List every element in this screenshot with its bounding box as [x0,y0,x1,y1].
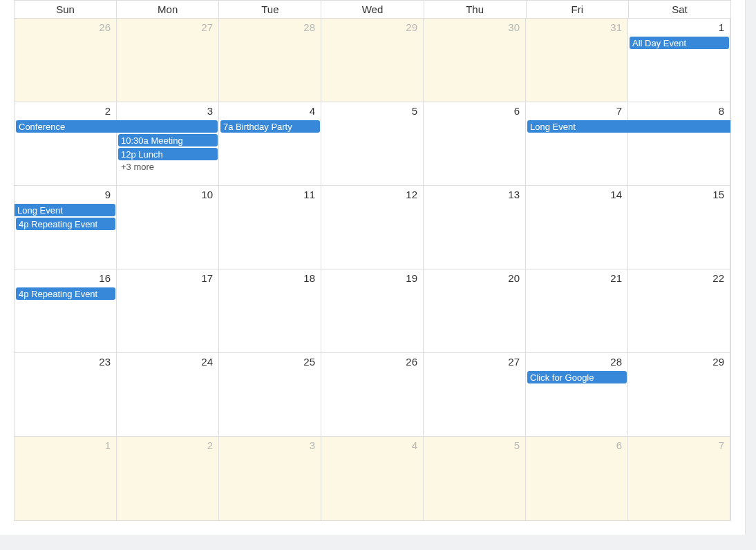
day-number: 25 [219,353,321,369]
day-number: 1 [15,437,116,453]
events-layer: Conference7a Birthday PartyLong Event10:… [15,120,730,185]
day-header-thu: Thu [424,1,527,19]
calendar-event[interactable]: 4p Repeating Event [16,218,115,230]
calendar-event[interactable]: 12p Lunch [118,148,218,160]
event-time: 10:30a [121,135,149,146]
day-number: 12 [321,186,423,202]
event-title: Long Event [17,205,63,216]
day-header-mon: Mon [117,1,219,19]
day-number: 2 [15,102,116,118]
event-time: 4p [19,219,28,229]
calendar-event[interactable]: 4p Repeating Event [16,287,115,300]
events-layer [15,455,730,520]
calendar-week-row: 23242526272829Click for Google [15,353,730,437]
day-number: 23 [15,353,116,369]
day-number: 5 [321,102,423,118]
calendar-event[interactable]: Conference [16,120,218,133]
day-number: 10 [117,186,218,202]
event-title: Lunch [138,149,162,160]
day-number: 1 [628,19,730,35]
calendar-container: SunMonTueWedThuFriSat 2627282930311All D… [0,0,746,535]
day-number: 3 [219,437,321,453]
more-events-link[interactable]: +3 more [118,162,218,172]
day-number: 18 [219,269,321,285]
event-title: Birthday Party [236,122,292,132]
calendar-week-row: 161718192021224p Repeating Event [15,269,730,353]
day-number: 29 [321,19,423,35]
calendar-event[interactable]: Click for Google [527,371,627,383]
calendar-week-row: 2627282930311All Day Event [15,19,730,102]
event-title: All Day Event [632,38,686,48]
events-layer: All Day Event [15,37,730,102]
event-title: Meeting [151,135,182,146]
day-number: 27 [117,19,218,35]
day-number: 28 [219,19,321,35]
events-layer: Click for Google [15,371,730,436]
day-number: 6 [424,102,525,118]
day-number: 5 [424,437,525,453]
calendar-header-row: SunMonTueWedThuFriSat [15,1,730,19]
day-number: 13 [424,186,525,202]
day-number: 7 [628,437,730,453]
calendar-event[interactable]: All Day Event [630,37,729,49]
day-number: 29 [628,353,730,369]
calendar-body: 2627282930311All Day Event2345678Confere… [15,19,730,520]
calendar-event[interactable]: 10:30a Meeting [118,134,218,146]
event-time: 12p [121,149,136,160]
calendar-week-row: 1234567 [15,437,730,520]
event-title: Conference [19,122,65,132]
event-title: Long Event [530,122,576,132]
event-title: Click for Google [530,372,594,383]
day-number: 7 [526,102,627,118]
event-title: Repeating Event [31,219,97,229]
day-number: 21 [526,269,627,285]
day-number: 30 [424,19,525,35]
day-number: 15 [628,186,730,202]
day-number: 24 [117,353,218,369]
calendar-week-row: 9101112131415Long Event4p Repeating Even… [15,186,730,269]
events-layer: 4p Repeating Event [15,287,730,352]
day-header-sun: Sun [15,1,117,19]
day-number: 4 [219,102,321,118]
event-title: Repeating Event [31,289,97,299]
day-number: 28 [526,353,627,369]
day-number: 22 [628,269,730,285]
event-time: 4p [19,289,28,299]
day-header-tue: Tue [219,1,321,19]
day-number: 27 [424,353,525,369]
event-time: 7a [223,122,233,132]
day-number: 19 [321,269,423,285]
day-number: 6 [526,437,627,453]
day-number: 9 [15,186,116,202]
day-number: 2 [117,437,218,453]
events-layer: Long Event4p Repeating Event [15,204,730,269]
calendar-week-row: 2345678Conference7a Birthday PartyLong E… [15,102,730,186]
day-number: 8 [628,102,730,118]
calendar-event[interactable]: Long Event [15,204,115,216]
calendar-event[interactable]: Long Event [527,120,730,133]
day-number: 26 [321,353,423,369]
day-number: 3 [117,102,218,118]
day-header-wed: Wed [321,1,424,19]
day-number: 20 [424,269,525,285]
day-header-sat: Sat [629,1,730,19]
day-number: 16 [15,269,116,285]
day-number: 14 [526,186,627,202]
calendar-grid: SunMonTueWedThuFriSat 2627282930311All D… [14,0,731,521]
day-number: 11 [219,186,321,202]
day-number: 17 [117,269,218,285]
day-header-fri: Fri [527,1,629,19]
day-number: 4 [321,437,423,453]
day-number: 26 [15,19,116,35]
calendar-event[interactable]: 7a Birthday Party [220,120,320,133]
day-number: 31 [526,19,627,35]
